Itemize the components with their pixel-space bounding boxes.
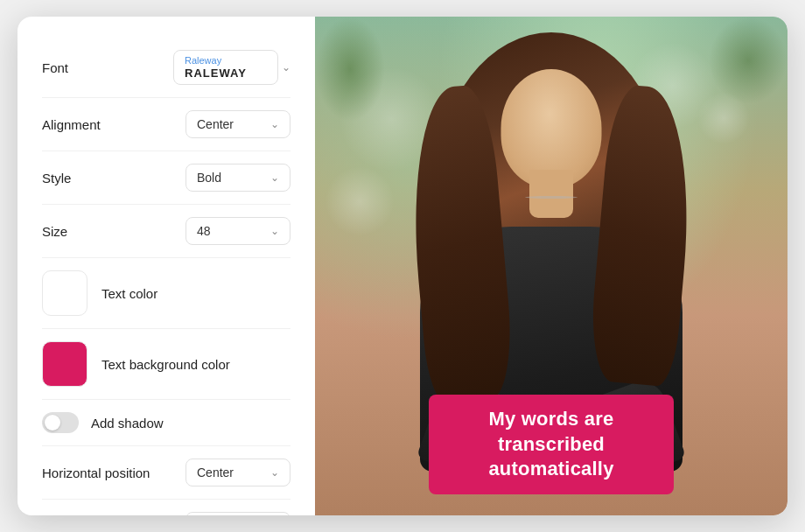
size-select[interactable]: 48 ⌄ xyxy=(186,217,290,245)
alignment-setting-row: Alignment Center ⌄ xyxy=(42,98,290,151)
font-label: Font xyxy=(42,60,68,75)
style-setting-row: Style Bold ⌄ xyxy=(42,151,290,205)
bokeh-2 xyxy=(325,166,395,236)
caption-text: My words are transcribed automatically xyxy=(488,408,613,480)
style-value: Bold xyxy=(197,171,221,185)
style-select[interactable]: Bold ⌄ xyxy=(186,164,290,192)
person-necklace xyxy=(525,196,578,199)
font-name: RALEWAY xyxy=(185,66,247,80)
preview-panel: My words are transcribed automatically xyxy=(315,17,788,515)
text-bg-color-label: Text background color xyxy=(102,357,230,372)
v-position-select[interactable]: Bottom ⌄ xyxy=(186,512,290,515)
h-position-select[interactable]: Center ⌄ xyxy=(186,458,290,486)
size-chevron-icon: ⌄ xyxy=(270,225,279,237)
alignment-select[interactable]: Center ⌄ xyxy=(186,110,290,138)
h-position-chevron-icon: ⌄ xyxy=(270,466,279,479)
font-select-wrapper: Raleway RALEWAY ⌄ xyxy=(173,50,290,85)
style-label: Style xyxy=(42,171,71,186)
caption-overlay: My words are transcribed automatically xyxy=(429,395,674,494)
v-position-setting-row: Vertical position Bottom ⌄ xyxy=(42,500,290,515)
size-setting-row: Size 48 ⌄ xyxy=(42,205,290,258)
text-color-swatch[interactable] xyxy=(42,270,88,316)
settings-panel: Font Raleway RALEWAY ⌄ Alignment Center … xyxy=(18,17,315,515)
shadow-row: Add shadow xyxy=(42,400,290,446)
text-color-label: Text color xyxy=(102,286,158,301)
h-position-value: Center xyxy=(197,466,234,480)
h-position-setting-row: Horizontal position Center ⌄ xyxy=(42,446,290,500)
size-label: Size xyxy=(42,224,67,239)
font-chevron-icon: ⌄ xyxy=(282,61,290,74)
plant-decoration xyxy=(315,17,385,122)
font-preview: Raleway xyxy=(185,55,221,66)
shadow-label: Add shadow xyxy=(91,416,164,430)
shadow-toggle[interactable] xyxy=(42,412,79,433)
main-container: Font Raleway RALEWAY ⌄ Alignment Center … xyxy=(18,17,788,515)
text-bg-color-swatch[interactable] xyxy=(42,341,88,387)
alignment-chevron-icon: ⌄ xyxy=(270,118,279,130)
alignment-value: Center xyxy=(197,117,234,131)
size-value: 48 xyxy=(197,224,211,238)
text-bg-color-row: Text background color xyxy=(42,329,290,400)
h-position-label: Horizontal position xyxy=(42,466,150,480)
font-select[interactable]: Raleway RALEWAY xyxy=(173,50,278,85)
text-color-row: Text color xyxy=(42,258,290,329)
alignment-label: Alignment xyxy=(42,117,101,132)
plant-right xyxy=(709,17,788,104)
style-chevron-icon: ⌄ xyxy=(270,172,279,184)
person-neck xyxy=(529,170,573,218)
font-setting-row: Font Raleway RALEWAY ⌄ xyxy=(42,38,290,98)
